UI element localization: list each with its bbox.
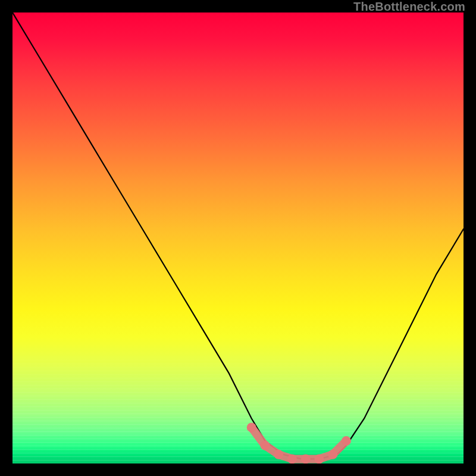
sweet-spot-dot [261,441,270,450]
sweet-spot-dot [247,422,256,432]
chart-canvas: TheBottleneck.com [0,0,476,476]
sweet-spot-dot [328,450,337,459]
sweet-spot-dot [287,454,297,464]
sweet-spot-dot [342,436,351,446]
bottleneck-curve [12,12,464,464]
gradient-stripes [12,346,464,464]
attribution-watermark: TheBottleneck.com [353,0,465,14]
sweet-spot-dot [314,454,324,464]
plot-area [12,12,464,464]
sweet-spot-dot [301,454,311,464]
sweet-spot-dot [274,450,283,459]
sweet-spot-highlight [12,12,464,464]
